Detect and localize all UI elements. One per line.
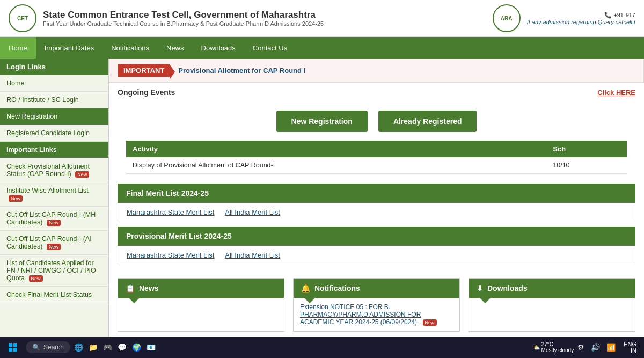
final-merit-all-india-link[interactable]: All India Merit List <box>225 208 280 216</box>
site-subtitle: First Year Under Graduate Technical Cour… <box>43 20 324 27</box>
new-registration-button[interactable]: New Registration <box>276 111 368 132</box>
new-badge-5: New <box>29 275 43 282</box>
weather-temp: 27°C <box>541 341 574 347</box>
notifications-card-header: 🔔 Notifications <box>294 279 459 298</box>
downloads-title: Downloads <box>487 284 528 293</box>
provisional-merit-maharashtra-link[interactable]: Maharashtra State Merit List <box>127 251 214 259</box>
tray-icon-1[interactable]: ⚙ <box>576 342 586 353</box>
header-right: ARA 📞 +91-917 If any admission regarding… <box>493 4 635 32</box>
final-merit-maharashtra-link[interactable]: Maharashtra State Merit List <box>127 208 214 216</box>
sidebar-item-provisional-allotment[interactable]: Check Provisional Allotment Status (CAP … <box>0 158 108 182</box>
notifications-title: Notifications <box>314 284 360 293</box>
provisional-merit-links: Maharashtra State Merit List All India M… <box>118 246 635 265</box>
taskbar-icon-6[interactable]: 📧 <box>145 342 157 353</box>
nav-home[interactable]: Home <box>0 37 36 59</box>
taskbar-icon-2[interactable]: 📁 <box>87 342 99 353</box>
nav-notifications[interactable]: Notifications <box>103 37 158 59</box>
activity-table-wrapper: Activity Sch Display of Provisional Allo… <box>109 141 644 179</box>
bottom-cards: 📋 News 🔔 Notifications Extension NOTICE … <box>109 272 644 332</box>
search-icon: 🔍 <box>32 344 40 351</box>
weather-widget: ⛅ 27°C Mostly cloudy <box>533 341 574 353</box>
downloads-card-body <box>469 298 635 330</box>
taskbar-icon-1[interactable]: 🌐 <box>72 342 85 353</box>
sidebar-item-candidate-login[interactable]: Registered Candidate Login <box>0 125 108 142</box>
final-merit-links: Maharashtra State Merit List All India M… <box>118 203 635 222</box>
login-links-title: Login Links <box>0 59 108 75</box>
header-title: State Common Entrance Test Cell, Governm… <box>43 10 324 27</box>
schedule-cell: 10/10 <box>546 157 627 174</box>
tray-icon-2[interactable]: 🔊 <box>589 342 602 353</box>
sidebar-item-home[interactable]: Home <box>0 75 108 92</box>
provisional-merit-all-india-link[interactable]: All India Merit List <box>225 251 280 259</box>
sidebar-item-ro-login[interactable]: RO / Institute / SC Login <box>0 92 108 108</box>
important-banner: IMPORTANT Provisional Allotment for CAP … <box>109 59 644 83</box>
already-registered-button[interactable]: Already Registered <box>378 111 477 132</box>
taskbar-icon-4[interactable]: 💬 <box>116 342 128 353</box>
weather-desc: Mostly cloudy <box>541 347 574 353</box>
taskbar-search-box[interactable]: 🔍 Search <box>26 341 70 353</box>
activity-table: Activity Sch Display of Provisional Allo… <box>126 141 627 174</box>
taskbar-lang: ENG IN <box>620 341 640 354</box>
header: CET State Common Entrance Test Cell, Gov… <box>0 0 644 37</box>
nav-important-dates[interactable]: Important Dates <box>36 37 103 59</box>
nav-contact[interactable]: Contact Us <box>244 37 296 59</box>
content-area: IMPORTANT Provisional Allotment for CAP … <box>109 59 644 355</box>
activity-cell: Display of Provisional Allotment of CAP … <box>126 157 546 174</box>
navbar: Home Important Dates Notifications News … <box>0 37 644 59</box>
new-badge-3: New <box>47 220 61 226</box>
notifications-card-body: Extension NOTICE 05 : FOR B. PHARMACY/PH… <box>294 298 459 331</box>
provisional-merit-section-header: Provisional Merit List 2024-25 <box>118 227 635 246</box>
schedule-col-header: Sch <box>546 141 627 157</box>
main-layout: Login Links Home RO / Institute / SC Log… <box>0 59 644 355</box>
svg-rect-0 <box>9 343 12 347</box>
svg-rect-1 <box>13 343 17 347</box>
sidebar-item-final-merit[interactable]: Check Final Merit List Status <box>0 287 108 303</box>
taskbar-icon-3[interactable]: 🎮 <box>101 342 114 353</box>
email-info: If any admission regarding Query cetcell… <box>527 19 635 25</box>
ongoing-events-section: Ongoing Events Click HERE <box>109 83 644 102</box>
registration-buttons: New Registration Already Registered <box>109 102 644 141</box>
downloads-card-header: ⬇ Downloads <box>469 279 635 298</box>
click-here-label: Click HERE <box>597 89 635 97</box>
ara-logo: ARA <box>493 4 521 32</box>
sidebar-item-cutoff-ai[interactable]: Cut Off List CAP Round-I (AI Candidates)… <box>0 231 108 255</box>
header-left: CET State Common Entrance Test Cell, Gov… <box>9 4 324 32</box>
nav-news[interactable]: News <box>158 37 193 59</box>
click-here-link[interactable]: HERE <box>616 89 635 97</box>
new-badge-1: New <box>75 171 89 178</box>
activity-col-header: Activity <box>126 141 546 157</box>
new-badge-4: New <box>47 244 61 250</box>
nav-downloads[interactable]: Downloads <box>193 37 244 59</box>
tray-icon-3[interactable]: 📶 <box>605 342 617 353</box>
ongoing-events-title: Ongoing Events <box>118 88 175 97</box>
sidebar-item-candidates-list[interactable]: List of Candidates Applied for FN / NRI … <box>0 255 108 287</box>
start-button[interactable] <box>4 339 24 356</box>
cet-logo: CET <box>9 4 36 32</box>
notifications-new-badge: New <box>423 319 437 326</box>
contact-info: 📞 +91-917 If any admission regarding Que… <box>527 12 635 25</box>
sidebar-important-links-title: Important Links <box>0 142 108 158</box>
windows-icon <box>9 343 17 352</box>
news-card-header: 📋 News <box>118 279 284 298</box>
notifications-link[interactable]: Extension NOTICE 05 : FOR B. PHARMACY/PH… <box>300 303 421 326</box>
sidebar-item-new-registration[interactable]: New Registration <box>0 108 108 125</box>
news-card: 📋 News <box>118 278 284 332</box>
table-row: Display of Provisional Allotment of CAP … <box>126 157 627 174</box>
new-badge-2: New <box>9 195 23 202</box>
sidebar-item-institute-allotment[interactable]: Institute Wise Allotment List New <box>0 182 108 207</box>
sidebar: Login Links Home RO / Institute / SC Log… <box>0 59 109 355</box>
system-tray: ⚙ 🔊 📶 ENG IN <box>576 341 640 354</box>
important-tag: IMPORTANT <box>118 64 170 77</box>
downloads-icon: ⬇ <box>477 284 483 293</box>
sidebar-item-cutoff-mh[interactable]: Cut Off List CAP Round-I (MH Candidates)… <box>0 207 108 231</box>
site-title: State Common Entrance Test Cell, Governm… <box>43 10 324 20</box>
taskbar-icon-5[interactable]: 🌍 <box>130 342 143 353</box>
svg-rect-2 <box>9 348 12 352</box>
cloud-icon: ⛅ <box>533 345 540 350</box>
notifications-card: 🔔 Notifications Extension NOTICE 05 : FO… <box>293 278 460 332</box>
search-placeholder: Search <box>43 344 64 351</box>
content-inner: IMPORTANT Provisional Allotment for CAP … <box>109 59 644 334</box>
downloads-card: ⬇ Downloads <box>469 278 635 332</box>
taskbar: 🔍 Search 🌐 📁 🎮 💬 🌍 📧 ⛅ 27°C Mostly cloud… <box>0 337 644 358</box>
phone-number: 📞 +91-917 <box>527 12 635 19</box>
